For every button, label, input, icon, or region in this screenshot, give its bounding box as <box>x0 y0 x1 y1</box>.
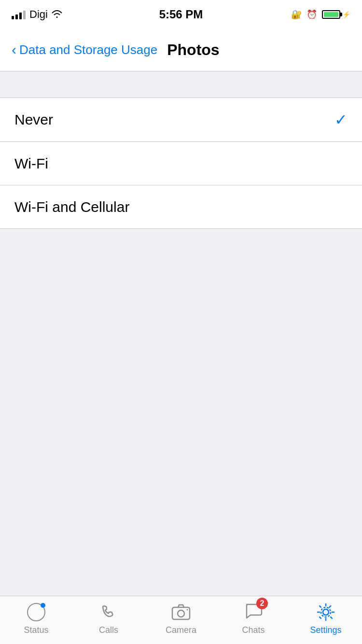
battery-icon <box>322 10 340 19</box>
chats-tab-icon: 2 <box>243 602 264 623</box>
option-never-label: Never <box>14 112 53 128</box>
tab-chats[interactable]: 2 Chats <box>217 602 290 639</box>
option-wifi[interactable]: Wi-Fi <box>0 141 362 185</box>
phone-icon <box>99 603 118 621</box>
alarm-icon: ⏰ <box>306 9 317 20</box>
tab-calls[interactable]: Calls <box>72 602 145 639</box>
nav-header: ‹ Data and Storage Usage Photos <box>0 29 362 71</box>
back-label: Data and Storage Usage <box>19 42 157 57</box>
calls-tab-icon <box>98 602 119 623</box>
battery-fill <box>324 12 338 17</box>
status-dot-icon <box>41 603 45 608</box>
wifi-icon <box>52 8 62 21</box>
checkmark-icon: ✓ <box>334 111 348 129</box>
tab-chats-label: Chats <box>242 625 265 635</box>
status-bar: Digi 5:56 PM 🔐 ⏰ ⚡ <box>0 0 362 29</box>
camera-tab-icon <box>170 602 192 623</box>
settings-tab-icon <box>315 602 336 623</box>
svg-point-2 <box>187 609 188 610</box>
status-time: 5:56 PM <box>159 8 203 21</box>
tab-bar: Status Calls Camera <box>0 596 362 644</box>
section-spacer <box>0 71 362 98</box>
option-wifi-label: Wi-Fi <box>14 155 48 172</box>
camera-icon <box>171 603 191 621</box>
tab-calls-label: Calls <box>99 625 118 635</box>
back-chevron-icon: ‹ <box>12 42 16 57</box>
carrier-label: Digi <box>29 8 48 21</box>
tab-status-label: Status <box>24 625 48 635</box>
status-right: 🔐 ⏰ ⚡ <box>291 9 350 20</box>
status-left: Digi <box>12 8 62 21</box>
gear-icon <box>316 602 336 622</box>
page-title: Photos <box>167 41 219 59</box>
signal-bars <box>12 10 26 19</box>
tab-settings-label: Settings <box>310 625 341 635</box>
svg-point-1 <box>178 610 184 617</box>
status-circle-icon <box>27 603 45 621</box>
status-tab-icon <box>26 602 47 623</box>
lock-icon: 🔐 <box>291 9 302 20</box>
tab-settings[interactable]: Settings <box>290 602 362 639</box>
bolt-icon: ⚡ <box>342 11 350 18</box>
tab-camera[interactable]: Camera <box>145 602 217 639</box>
content-area <box>0 229 362 576</box>
tab-status[interactable]: Status <box>0 602 72 639</box>
svg-point-3 <box>323 609 329 615</box>
option-wifi-cellular-label: Wi-Fi and Cellular <box>14 199 129 215</box>
option-never[interactable]: Never ✓ <box>0 98 362 141</box>
chats-badge: 2 <box>256 598 268 609</box>
chats-bubble: 2 <box>244 602 263 623</box>
battery-container: ⚡ <box>322 10 350 19</box>
tab-camera-label: Camera <box>166 625 196 635</box>
back-button[interactable]: ‹ Data and Storage Usage <box>12 42 157 57</box>
options-list: Never ✓ Wi-Fi Wi-Fi and Cellular <box>0 98 362 229</box>
option-wifi-cellular[interactable]: Wi-Fi and Cellular <box>0 185 362 228</box>
